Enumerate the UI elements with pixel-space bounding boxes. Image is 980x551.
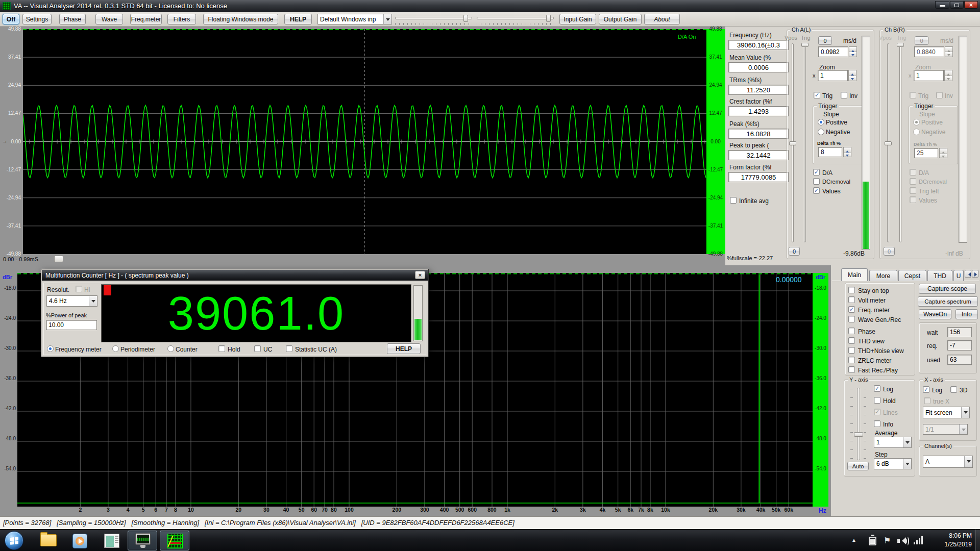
cha-zero-button[interactable]: 0 — [818, 36, 832, 45]
x-3d-checkbox[interactable] — [950, 386, 957, 393]
x-truex-checkbox[interactable] — [924, 397, 930, 404]
capture-spectrum-button[interactable]: Capture spectrum — [918, 296, 978, 307]
cha-slope-positive-radio[interactable] — [818, 119, 824, 126]
tab-more[interactable]: More — [869, 270, 897, 281]
volt-meter-checkbox[interactable] — [848, 296, 855, 303]
periodimeter-radio[interactable] — [112, 345, 119, 352]
output-gain-button[interactable]: Output Gain — [599, 14, 642, 24]
chb-delta-field[interactable]: 25 — [914, 148, 938, 158]
chb-vpos-thumb[interactable] — [885, 141, 892, 145]
start-button[interactable] — [5, 531, 23, 550]
y-log-checkbox[interactable] — [874, 385, 880, 392]
chb-delta-spinner[interactable] — [939, 148, 947, 158]
battery-icon[interactable] — [869, 537, 876, 545]
output-volume-slider-thumb[interactable] — [546, 15, 551, 22]
taskbar-item-app[interactable] — [99, 532, 125, 549]
cha-trig-thumb[interactable] — [801, 43, 808, 47]
cha-trig-slider[interactable] — [804, 43, 806, 242]
chb-trig-thumb[interactable] — [897, 43, 904, 47]
taskbar-item-scope-app[interactable] — [128, 531, 157, 550]
cha-da-checkbox[interactable] — [813, 169, 820, 176]
uc-checkbox[interactable] — [254, 345, 261, 352]
chb-dcremoval-checkbox[interactable] — [910, 178, 916, 185]
stay-on-top-checkbox[interactable] — [848, 287, 855, 293]
statistic-uc-checkbox[interactable] — [286, 345, 292, 352]
minimize-button[interactable] — [935, 1, 949, 9]
chb-slope-negative-radio[interactable] — [913, 129, 920, 135]
cha-delta-spinner[interactable] — [843, 147, 851, 157]
chb-inv-checkbox[interactable] — [936, 92, 943, 98]
tab-thd[interactable]: THD — [927, 270, 952, 281]
input-device-dropdown[interactable]: Default Windows inp — [317, 14, 392, 24]
chb-trig-left-checkbox[interactable] — [910, 187, 916, 194]
y-lines-checkbox[interactable] — [874, 409, 880, 415]
tabs-scroll-right[interactable] — [972, 270, 978, 278]
wave-gen-checkbox[interactable] — [848, 316, 855, 322]
input-gain-button[interactable]: Input Gain — [559, 14, 596, 24]
power-of-peak-field[interactable]: 10.00 — [46, 320, 97, 330]
chb-zero-button[interactable]: 0 — [915, 36, 928, 45]
phase-checkbox[interactable] — [848, 328, 855, 334]
phase-button[interactable]: Phase — [59, 14, 86, 24]
chb-zoom-spinner[interactable] — [944, 70, 952, 81]
counter-close-button[interactable]: × — [415, 271, 425, 279]
zrlc-meter-checkbox[interactable] — [848, 357, 855, 363]
tray-expand-icon[interactable]: ▲ — [851, 537, 856, 543]
cha-slope-negative-radio[interactable] — [818, 129, 824, 135]
scope-hscroll[interactable] — [54, 256, 63, 262]
y-hold-checkbox[interactable] — [874, 397, 880, 404]
cha-dcremoval-checkbox[interactable] — [813, 178, 820, 185]
chb-values-checkbox[interactable] — [910, 196, 916, 203]
frequency-meter-radio[interactable] — [47, 345, 54, 352]
channels-dropdown[interactable]: A — [923, 456, 973, 468]
freq-meter-checkbox[interactable] — [848, 306, 855, 313]
freq-meter-button[interactable]: Freq.meter — [130, 14, 162, 24]
step-dropdown[interactable]: 6 dB — [874, 458, 912, 469]
output-volume-slider-track[interactable] — [477, 17, 554, 19]
maximize-button[interactable] — [950, 1, 964, 9]
chb-slope-positive-radio[interactable] — [913, 119, 920, 126]
x-log-checkbox[interactable] — [923, 386, 929, 393]
infinite-avg-checkbox[interactable] — [730, 197, 737, 204]
y-info-checkbox[interactable] — [874, 420, 880, 427]
chb-trig-checkbox[interactable] — [910, 92, 916, 98]
clock[interactable]: 8:06 PM 1/25/2019 — [929, 532, 972, 549]
cha-delta-field[interactable]: 8 — [818, 147, 842, 157]
cha-zoom-spinner[interactable] — [848, 70, 856, 81]
fast-rec-checkbox[interactable] — [848, 366, 855, 373]
cha-time-div-spinner[interactable] — [849, 46, 857, 57]
chb-reset-button[interactable]: 0 — [884, 247, 895, 256]
counter-help-button[interactable]: HELP — [387, 343, 421, 354]
show-desktop-button[interactable] — [975, 530, 980, 551]
input-volume-slider-track[interactable] — [395, 17, 472, 19]
taskbar-item-explorer[interactable] — [36, 532, 61, 549]
taskbar-item-visual-analyser[interactable] — [160, 531, 189, 550]
resolution-dropdown[interactable]: 4.6 Hz — [46, 295, 97, 307]
auto-button[interactable]: Auto — [847, 462, 869, 470]
chb-time-div-field[interactable]: 0.8840 — [914, 46, 944, 57]
taskbar-item-media-player[interactable] — [67, 532, 93, 549]
multifunction-counter-window[interactable]: Multifunction Counter [ Hz ] - ( spectru… — [41, 269, 429, 357]
speaker-icon[interactable] — [897, 537, 909, 545]
cha-reset-button[interactable]: 0 — [789, 247, 800, 256]
tab-cepst[interactable]: Cepst — [898, 270, 926, 281]
cha-time-div-field[interactable]: 0.0982 — [818, 46, 848, 57]
network-icon[interactable] — [914, 536, 925, 544]
cha-vpos-thumb[interactable] — [789, 141, 796, 145]
thd-noise-checkbox[interactable] — [848, 347, 855, 354]
cha-inv-checkbox[interactable] — [841, 92, 847, 98]
y-axis-slider-thumb[interactable] — [854, 432, 863, 437]
capture-scope-button[interactable]: Capture scope — [919, 284, 976, 294]
tab-clipped[interactable]: U — [953, 270, 964, 281]
about-button[interactable]: About — [644, 14, 680, 24]
fit-screen-dropdown[interactable]: Fit screen — [923, 407, 970, 418]
ratio-dropdown[interactable]: 1/1 — [923, 424, 968, 435]
chb-time-div-spinner[interactable] — [945, 46, 953, 57]
chb-zoom-field[interactable]: 1 — [914, 70, 944, 81]
close-button[interactable]: × — [964, 1, 978, 9]
y-axis-slider[interactable] — [857, 388, 860, 460]
tabs-scroll-left[interactable] — [965, 270, 971, 278]
average-dropdown[interactable]: 1 — [874, 437, 912, 448]
action-center-flag-icon[interactable]: ⚑ — [884, 536, 891, 545]
help-button[interactable]: HELP — [284, 14, 312, 24]
